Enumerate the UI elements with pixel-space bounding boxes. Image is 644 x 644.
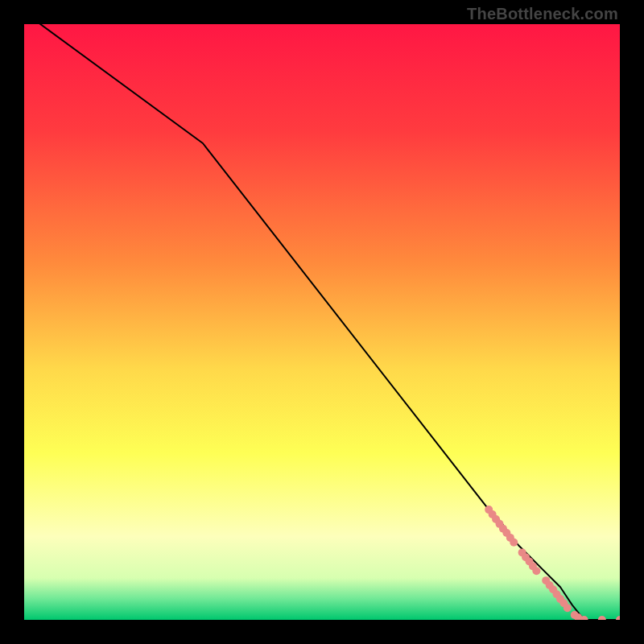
gradient-background <box>24 24 620 620</box>
plot-svg <box>24 24 620 620</box>
data-marker <box>510 539 518 547</box>
data-marker <box>564 604 572 612</box>
chart-frame: TheBottleneck.com <box>0 0 644 644</box>
watermark-text: TheBottleneck.com <box>467 5 618 23</box>
plot-area <box>24 24 620 620</box>
data-marker <box>532 567 540 575</box>
